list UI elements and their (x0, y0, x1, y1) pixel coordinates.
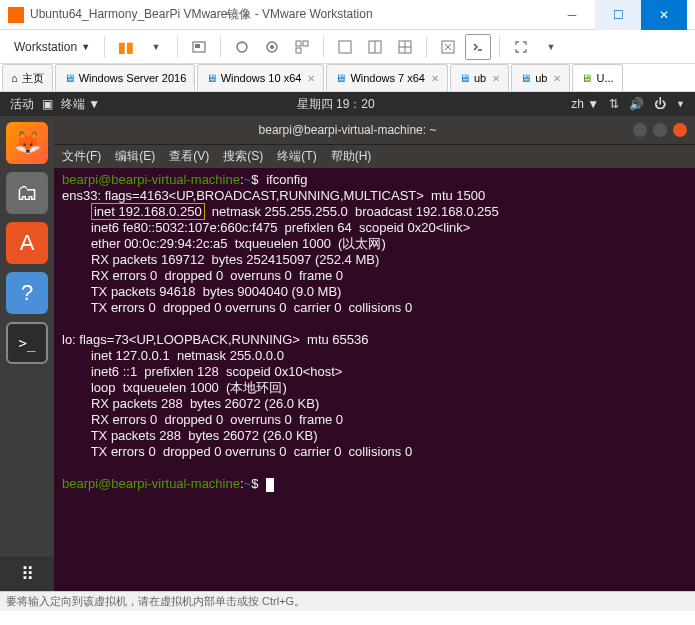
pause-button[interactable]: ▮▮ (113, 34, 139, 60)
tab-winserver2016[interactable]: 🖥Windows Server 2016✕ (55, 64, 195, 91)
maximize-button[interactable]: ☐ (595, 0, 641, 30)
view-quad-button[interactable] (392, 34, 418, 60)
svg-rect-8 (339, 41, 351, 53)
ubuntu-dock: 🦊 🗂 A ? >_ (0, 116, 54, 557)
tab-win10[interactable]: 🖥Windows 10 x64✕ (197, 64, 325, 91)
monitor-icon: 🖥 (206, 72, 217, 84)
menu-file[interactable]: 文件(F) (62, 148, 101, 165)
fullscreen-dropdown[interactable]: ▼ (538, 34, 564, 60)
vmware-statusbar: 要将输入定向到该虚拟机，请在虚拟机内部单击或按 Ctrl+G。 (0, 591, 695, 611)
view-single-button[interactable] (332, 34, 358, 60)
files-icon[interactable]: 🗂 (6, 172, 48, 214)
power-icon[interactable]: ⏻ (654, 97, 666, 111)
svg-rect-7 (296, 48, 301, 53)
status-text: 要将输入定向到该虚拟机，请在虚拟机内部单击或按 Ctrl+G。 (6, 594, 305, 609)
terminal-window-title: bearpi@bearpi-virtual-machine: ~ (62, 123, 633, 137)
fullscreen-button[interactable] (508, 34, 534, 60)
monitor-icon: 🖥 (581, 72, 592, 84)
app-indicator[interactable]: 终端 ▼ (61, 96, 100, 113)
send-ctrlaltdel-button[interactable] (186, 34, 212, 60)
close-icon[interactable]: ✕ (492, 73, 500, 84)
terminal-icon: ▣ (42, 97, 53, 111)
snapshot-button[interactable] (229, 34, 255, 60)
home-icon: ⌂ (11, 72, 18, 84)
monitor-icon: 🖥 (64, 72, 75, 84)
vm-tab-bar: ⌂主页 🖥Windows Server 2016✕ 🖥Windows 10 x6… (0, 64, 695, 92)
tab-ub1[interactable]: 🖥ub✕ (450, 64, 509, 91)
ubuntu-topbar: 活动 ▣ 终端 ▼ 星期四 19：20 zh ▼ ⇅ 🔊 ⏻ ▼ (0, 92, 695, 116)
manage-button[interactable] (289, 34, 315, 60)
window-close-button[interactable] (673, 123, 687, 137)
view-split-button[interactable] (362, 34, 388, 60)
svg-rect-1 (195, 44, 200, 48)
ubuntu-desktop[interactable]: bearpi@bearpi-virtual-machine: ~ 文件(F) 编… (54, 116, 695, 591)
window-title: Ubuntu64_Harmony_BearPi VMware镜像 - VMwar… (30, 6, 549, 23)
tab-home[interactable]: ⌂主页 (2, 64, 53, 91)
svg-point-4 (270, 45, 274, 49)
firefox-icon[interactable]: 🦊 (6, 122, 48, 164)
menu-terminal[interactable]: 终端(T) (277, 148, 316, 165)
minimize-button[interactable]: ─ (549, 0, 595, 30)
help-icon[interactable]: ? (6, 272, 48, 314)
activities-button[interactable]: 活动 (10, 96, 34, 113)
console-button[interactable] (465, 34, 491, 60)
close-icon[interactable]: ✕ (192, 73, 194, 84)
tab-ub2[interactable]: 🖥ub✕ (511, 64, 570, 91)
stretch-button[interactable] (435, 34, 461, 60)
terminal-launcher-icon[interactable]: >_ (6, 322, 48, 364)
monitor-icon: 🖥 (335, 72, 346, 84)
volume-icon[interactable]: 🔊 (629, 97, 644, 111)
menu-help[interactable]: 帮助(H) (331, 148, 372, 165)
vmware-titlebar: Ubuntu64_Harmony_BearPi VMware镜像 - VMwar… (0, 0, 695, 30)
terminal-output[interactable]: bearpi@bearpi-virtual-machine:~$ ifconfi… (54, 168, 695, 591)
tab-ubuntu-active[interactable]: 🖥U... (572, 64, 622, 91)
show-apps-button[interactable]: ⠿ (0, 557, 54, 591)
vm-display[interactable]: 活动 ▣ 终端 ▼ 星期四 19：20 zh ▼ ⇅ 🔊 ⏻ ▼ 🦊 🗂 A ?… (0, 92, 695, 591)
svg-rect-5 (296, 41, 301, 46)
close-icon[interactable]: ✕ (307, 73, 315, 84)
revert-button[interactable] (259, 34, 285, 60)
menu-edit[interactable]: 编辑(E) (115, 148, 155, 165)
close-icon[interactable]: ✕ (431, 73, 439, 84)
menu-view[interactable]: 查看(V) (169, 148, 209, 165)
terminal-menubar: 文件(F) 编辑(E) 查看(V) 搜索(S) 终端(T) 帮助(H) (54, 144, 695, 168)
tab-win7[interactable]: 🖥Windows 7 x64✕ (326, 64, 448, 91)
menu-search[interactable]: 搜索(S) (223, 148, 263, 165)
software-icon[interactable]: A (6, 222, 48, 264)
close-icon[interactable]: ✕ (553, 73, 561, 84)
monitor-icon: 🖥 (520, 72, 531, 84)
input-lang[interactable]: zh ▼ (571, 97, 599, 111)
close-button[interactable]: ✕ (641, 0, 687, 30)
highlighted-ip: inet 192.168.0.250 (91, 203, 205, 220)
system-menu-dropdown[interactable]: ▼ (676, 99, 685, 109)
workstation-menu[interactable]: Workstation ▼ (8, 36, 96, 58)
window-maximize-button[interactable] (653, 123, 667, 137)
network-icon[interactable]: ⇅ (609, 97, 619, 111)
terminal-window: bearpi@bearpi-virtual-machine: ~ 文件(F) 编… (54, 116, 695, 591)
vmware-icon (8, 7, 24, 23)
vmware-toolbar: Workstation ▼ ▮▮ ▼ ▼ (0, 30, 695, 64)
svg-rect-6 (303, 41, 308, 46)
window-minimize-button[interactable] (633, 123, 647, 137)
svg-point-2 (237, 42, 247, 52)
power-dropdown[interactable]: ▼ (143, 34, 169, 60)
monitor-icon: 🖥 (459, 72, 470, 84)
terminal-titlebar[interactable]: bearpi@bearpi-virtual-machine: ~ (54, 116, 695, 144)
cursor (266, 478, 274, 492)
clock[interactable]: 星期四 19：20 (100, 96, 571, 113)
